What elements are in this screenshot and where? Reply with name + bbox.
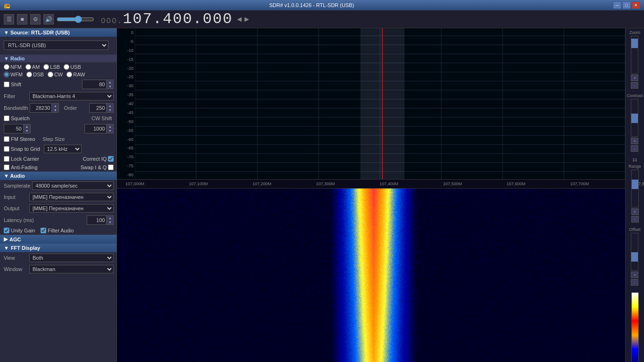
offset-btn1[interactable]: + <box>631 272 638 278</box>
latency-down-button[interactable]: ▼ <box>107 220 113 224</box>
fm-stereo-row: FM Stereo Step Size <box>0 135 117 143</box>
audio-button[interactable]: 🔊 <box>43 14 54 25</box>
bandwidth-down-button[interactable]: ▼ <box>52 108 58 112</box>
mode-wfm[interactable]: WFM <box>4 72 23 77</box>
window-label: Window <box>4 266 27 272</box>
output-select[interactable]: [MME] Переназначен <box>29 204 114 213</box>
swap-iq-checkbox[interactable]: Swap I & Q <box>81 165 114 170</box>
volume-slider[interactable] <box>57 16 94 23</box>
order-input[interactable] <box>90 105 106 111</box>
mode-dsb[interactable]: DSB <box>26 72 44 77</box>
zoom-btn2[interactable]: - <box>631 82 638 89</box>
squelch-down-button[interactable]: ▼ <box>24 129 30 133</box>
output-label: Output <box>4 206 27 211</box>
view-select[interactable]: Both <box>29 254 114 262</box>
minimize-button[interactable]: ─ <box>613 1 621 9</box>
mode-lsb[interactable]: LSB <box>43 64 60 70</box>
snap-select[interactable]: 12.5 kHz <box>44 145 82 153</box>
anti-fading-checkbox[interactable]: Anti-Fading <box>4 165 37 170</box>
snap-to-grid-row: Snap to Grid 12.5 kHz <box>0 143 117 155</box>
shift-input[interactable] <box>83 81 106 88</box>
offset-slider-track[interactable] <box>631 233 638 271</box>
restore-button[interactable]: □ <box>622 1 631 9</box>
db-axis: 0 -5 -10 -15 -20 -25 -30 -35 -40 -45 -50… <box>117 28 135 179</box>
unity-gain-checkbox[interactable]: Unity Gain <box>4 228 35 233</box>
samplerate-select[interactable]: 48000 sample/sec <box>32 181 114 190</box>
freq-arrows[interactable]: ◄► <box>236 15 251 24</box>
output-row: Output [MME] Переназначен <box>0 203 117 214</box>
mode-raw[interactable]: RAW <box>66 72 85 77</box>
squelch-label: Squelch <box>11 115 30 121</box>
freq-107000: 107,000M <box>125 181 144 186</box>
zoom-slider-track[interactable] <box>631 36 638 74</box>
waterfall-canvas[interactable] <box>117 189 625 362</box>
filter-audio-checkbox[interactable]: Filter Audio <box>41 228 74 233</box>
db-80: -80 <box>117 173 135 177</box>
cw-shift-label: CW Shift <box>91 115 112 121</box>
order-up-button[interactable]: ▲ <box>107 104 113 108</box>
agc-header-label: AGC <box>9 237 21 242</box>
squelch-up-button[interactable]: ▲ <box>24 124 30 129</box>
settings-button[interactable]: ⚙ <box>30 14 41 25</box>
latency-up-button[interactable]: ▲ <box>107 216 113 220</box>
snap-to-grid-checkbox[interactable]: Snap to Grid <box>4 146 40 152</box>
contrast-btn2[interactable]: - <box>631 145 638 152</box>
agc-section-header[interactable]: ▶ AGC <box>0 235 117 244</box>
filter-row: Filter Blackman-Harris 4 <box>0 90 117 102</box>
right-area: 0 -5 -10 -15 -20 -25 -30 -35 -40 -45 -50… <box>117 28 644 362</box>
view-label: View <box>4 255 27 261</box>
order-label: Order <box>64 105 87 111</box>
radio-modes-row1: NFM AM LSB USB <box>0 63 117 71</box>
latency-label: Latency (ms) <box>4 217 34 223</box>
display-area: 0 -5 -10 -15 -20 -25 -30 -35 -40 -45 -50… <box>117 28 644 362</box>
filter-select[interactable]: Blackman-Harris 4 <box>29 92 114 100</box>
radio-section-header[interactable]: ▼ Radio <box>0 55 117 62</box>
offset-slider-thumb[interactable] <box>631 252 638 262</box>
bandwidth-up-button[interactable]: ▲ <box>52 104 58 108</box>
order-down-button[interactable]: ▼ <box>107 108 113 112</box>
cwshift-down-button[interactable]: ▼ <box>107 129 113 133</box>
audio-section-header[interactable]: ▼ Audio <box>0 172 117 180</box>
source-section-header[interactable]: ▼ Source: RTL-SDR (USB) <box>0 28 117 37</box>
mode-cw[interactable]: CW <box>48 72 63 77</box>
cw-shift-input[interactable] <box>85 125 106 132</box>
window-select[interactable]: Blackman <box>29 265 114 273</box>
fm-stereo-checkbox[interactable]: FM Stereo <box>4 136 35 142</box>
latency-row: Latency (ms) ▲ ▼ <box>0 214 117 226</box>
view-row: View Both <box>0 252 117 263</box>
close-button[interactable]: ✕ <box>632 1 640 9</box>
offset-btn2[interactable]: - <box>631 279 638 286</box>
squelch-checkbox[interactable]: Squelch <box>4 115 30 121</box>
squelch-input[interactable] <box>4 125 23 132</box>
input-select[interactable]: [MME] Переназначен <box>29 193 114 201</box>
snap-to-grid-label: Snap to Grid <box>11 146 40 152</box>
contrast-slider-thumb[interactable] <box>631 114 638 123</box>
db-55: -55 <box>117 128 135 133</box>
range-btn1[interactable]: + <box>631 208 639 215</box>
range-slider-thumb[interactable] <box>632 180 638 189</box>
shift-label: Shift <box>11 82 21 87</box>
range-slider-track[interactable] <box>631 170 639 207</box>
zoom-slider-thumb[interactable] <box>631 39 638 48</box>
zoom-btn1[interactable]: + <box>631 74 638 81</box>
contrast-btn1[interactable]: + <box>631 138 638 144</box>
lock-carrier-checkbox[interactable]: Lock Carrier <box>4 156 39 162</box>
latency-input[interactable] <box>87 217 106 223</box>
stop-button[interactable]: ■ <box>17 14 27 25</box>
mode-am[interactable]: AM <box>25 64 40 70</box>
mode-usb[interactable]: USB <box>64 64 81 70</box>
shift-checkbox[interactable]: Shift <box>4 82 21 87</box>
fft-section-header[interactable]: ▼ FFT Display <box>0 244 117 252</box>
spectrum-canvas[interactable]: 0 -5 -10 -15 -20 -25 -30 -35 -40 -45 -50… <box>117 28 625 179</box>
mode-nfm[interactable]: NFM <box>4 64 22 70</box>
titlebar-icon-area: 📻 <box>4 2 10 8</box>
correct-iq-checkbox[interactable]: Correct IQ <box>83 156 114 162</box>
shift-down-button[interactable]: ▼ <box>107 84 113 89</box>
cwshift-up-button[interactable]: ▲ <box>107 124 113 129</box>
range-btn2[interactable]: - <box>631 216 639 222</box>
shift-up-button[interactable]: ▲ <box>107 80 113 84</box>
source-select[interactable]: RTL-SDR (USB) <box>4 41 108 50</box>
bandwidth-input[interactable] <box>30 105 51 111</box>
menu-button[interactable]: ☰ <box>4 14 14 25</box>
contrast-slider-track[interactable] <box>631 99 638 137</box>
